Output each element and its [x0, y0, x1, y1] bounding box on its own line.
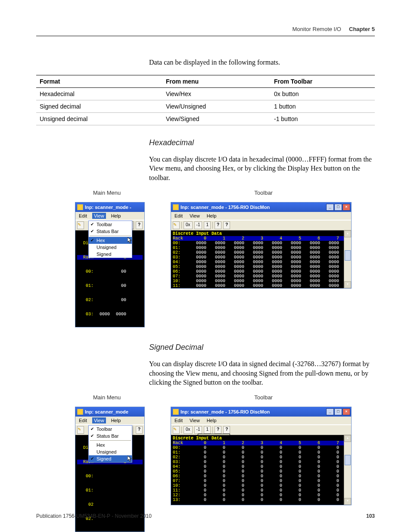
scroll-thumb[interactable] [345, 455, 351, 465]
dropdown-item-toolbar[interactable]: Toolbar [89, 221, 132, 228]
window-icon [173, 409, 179, 415]
caption-toolbar: Toolbar [254, 190, 273, 196]
help-icon[interactable]: ? [136, 426, 143, 434]
neg1-button[interactable]: -1 [194, 426, 202, 434]
dropdown-item-unsigned[interactable]: Unsigned [89, 244, 132, 251]
caption-row-signed: Main Menu Toolbar [36, 394, 375, 401]
pencil-icon[interactable] [77, 426, 84, 434]
grid-caption: Discrete Input Data [173, 231, 350, 236]
menubar: Edit View Help [75, 417, 144, 425]
one-button[interactable]: 1 [204, 221, 211, 229]
grid-row: 01:00000000 [173, 450, 350, 455]
menu-edit[interactable]: Edit [173, 417, 184, 423]
grid-row: 05:00000000000000000000000000000000 [173, 264, 350, 269]
grid-row: 04:00000000000000000000000000000000 [173, 260, 350, 264]
window-icon [173, 204, 179, 210]
hex-button[interactable]: 0x [184, 221, 193, 229]
grid-header: Rack 0 1 2 3 4 5 6 7 [173, 236, 350, 241]
dropdown-item-hex[interactable]: Hex [89, 237, 132, 244]
minimize-button[interactable]: _ [326, 204, 334, 211]
scrollbar[interactable]: ▴ ▾ [344, 435, 351, 505]
dropdown-separator [90, 440, 131, 441]
neg1-button[interactable]: -1 [194, 221, 202, 229]
dropdown-item-hex[interactable]: Hex [89, 442, 132, 448]
th-format: Format [36, 75, 162, 87]
grid-row: 00:00000000000000000000000000000000 [173, 241, 350, 246]
toolbar-separator [181, 426, 182, 433]
titlebar: Inp: scanner_mode - 1756-RIO DiscMon _ □… [171, 407, 351, 417]
grid-header: Rack 0 1 2 3 4 5 6 7 [173, 441, 350, 445]
titlebar: Inp: scanner_mode - 1756-RIO DiscMon _ □… [171, 202, 351, 212]
titlebar: Inp: scanner_mode [75, 407, 144, 417]
grid-row: 03:00000000 [173, 460, 350, 464]
menu-edit[interactable]: Edit [173, 213, 184, 219]
dropdown-item-toolbar[interactable]: Toolbar [89, 426, 132, 432]
close-button[interactable]: × [342, 204, 350, 211]
whats-this-icon[interactable]: ? [215, 426, 221, 434]
menu-view[interactable]: View [188, 213, 202, 219]
publication-id: Publication 1756-UM534B-EN-P - November … [36, 513, 152, 519]
section-title-signed: Signed Decimal [149, 342, 375, 352]
chapter-label: Chapter 5 [349, 26, 375, 32]
window-icon [77, 204, 83, 210]
menu-help[interactable]: Help [109, 417, 123, 423]
pencil-icon[interactable] [173, 221, 180, 229]
menu-view[interactable]: View [92, 213, 106, 219]
menu-edit[interactable]: Edit [77, 417, 89, 423]
menu-help[interactable]: Help [109, 213, 123, 219]
caption-main-menu: Main Menu [93, 190, 121, 196]
section-title-hex: Hexadecimal [149, 137, 375, 148]
menubar: Edit View Help [171, 417, 351, 425]
dropdown-item-statusbar[interactable]: Status Bar [89, 228, 132, 235]
grid-row: 05:00000000 [173, 469, 350, 474]
dropdown-item-unsigned[interactable]: Unsigned [89, 448, 132, 455]
view-dropdown: Toolbar Status Bar Hex Unsigned Signed [88, 425, 132, 463]
window-title: Inp: scanner_mode - [85, 205, 143, 210]
dropdown-item-statusbar[interactable]: Status Bar [89, 432, 132, 439]
hex-button[interactable]: 0x [184, 426, 193, 434]
scroll-up-icon[interactable]: ▴ [344, 435, 351, 442]
pencil-icon[interactable] [173, 426, 180, 434]
scroll-down-icon[interactable]: ▾ [344, 281, 351, 288]
grid-row: 02:00000000 [173, 455, 350, 460]
scroll-thumb[interactable] [345, 250, 351, 261]
header-rule [36, 36, 375, 36]
context-help-icon[interactable]: ? [136, 221, 143, 229]
maximize-button[interactable]: □ [334, 204, 342, 211]
help-icon[interactable]: ? [223, 426, 230, 434]
menu-view[interactable]: View [92, 417, 106, 423]
view-dropdown: Toolbar Status Bar Hex Unsigned Signed [88, 221, 132, 258]
table-row: Signed decimal View/Unsigned 1 button [36, 100, 375, 112]
grid-row: 10:00000000 [173, 483, 350, 488]
menu-edit[interactable]: Edit [77, 213, 89, 219]
th-from-toolbar: From Toolbar [271, 75, 375, 87]
caption-main-menu: Main Menu [93, 394, 121, 401]
menu-help[interactable]: Help [205, 213, 218, 219]
help-icon[interactable]: ? [223, 221, 230, 229]
grid-row: 02:00000000000000000000000000000000 [173, 250, 350, 255]
dropdown-item-signed[interactable]: Signed [89, 455, 132, 462]
toolbar-wide: 0x -1 1 ? ? Display Signed [171, 425, 351, 435]
menu-view[interactable]: View [188, 417, 202, 423]
maximize-button[interactable]: □ [334, 408, 342, 415]
whats-this-icon[interactable]: ? [215, 221, 221, 229]
scroll-down-icon[interactable]: ▾ [344, 498, 351, 505]
minimize-button[interactable]: _ [326, 408, 334, 415]
grid-row: 04:00000000 [173, 464, 350, 469]
menubar: Edit View Help [75, 212, 144, 220]
scroll-up-icon[interactable]: ▴ [344, 230, 351, 237]
grid-row: 11:00000000000000000000000000000000 [173, 283, 350, 288]
one-button[interactable]: 1 [204, 426, 211, 434]
grid-row: 07:00000000 [173, 479, 350, 483]
th-from-menu: From menu [162, 75, 271, 87]
close-button[interactable]: × [342, 408, 350, 415]
scrollbar[interactable]: ▴ ▾ [344, 230, 351, 288]
grid-row: 07:00000000000000000000000000000000 [173, 274, 350, 279]
grid-row: 12:00000000 [173, 493, 350, 498]
menu-help[interactable]: Help [205, 417, 218, 423]
dropdown-item-signed[interactable]: Signed [89, 251, 132, 258]
data-grid-wide: Discrete Input Data Rack 0 1 2 3 4 5 6 7… [171, 230, 351, 288]
formats-table: Format From menu From Toolbar Hexadecima… [36, 75, 375, 125]
pencil-icon[interactable] [77, 221, 84, 229]
dropdown-separator [90, 236, 131, 236]
